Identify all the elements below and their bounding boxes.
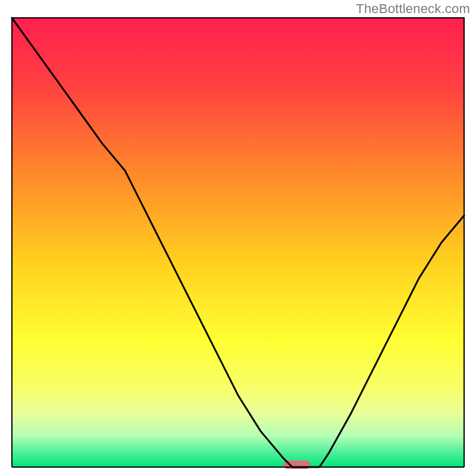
watermark-text: TheBottleneck.com (356, 1, 470, 17)
bottleneck-chart (0, 0, 476, 476)
chart-container: TheBottleneck.com (0, 0, 476, 476)
plot-background (12, 18, 464, 467)
